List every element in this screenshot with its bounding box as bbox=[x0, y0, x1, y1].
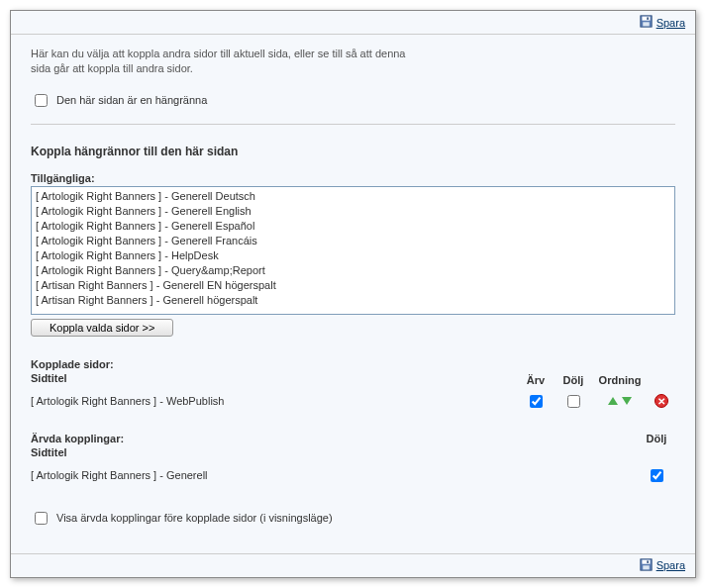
disk-icon bbox=[640, 558, 653, 573]
svg-rect-5 bbox=[642, 559, 650, 563]
inherited-row-title: [ Artologik Right Banners ] - Generell bbox=[31, 469, 638, 481]
list-item[interactable]: [ Artologik Right Banners ] - Query&amp;… bbox=[34, 263, 672, 278]
list-item[interactable]: [ Artologik Right Banners ] - Generell E… bbox=[34, 219, 672, 234]
linked-col-dolj: Dölj bbox=[555, 374, 592, 386]
disk-icon bbox=[640, 15, 653, 30]
svg-rect-1 bbox=[642, 17, 650, 21]
toolbar-top: Spara bbox=[11, 11, 695, 35]
inherited-col-title: Sidtitel bbox=[31, 446, 638, 458]
linked-pages-header: Kopplade sidor: Sidtitel Ärv Dölj Ordnin… bbox=[31, 358, 675, 386]
svg-rect-2 bbox=[643, 22, 650, 26]
inherited-row: [ Artologik Right Banners ] - Generell bbox=[31, 460, 675, 485]
linked-arv-checkbox[interactable] bbox=[530, 395, 543, 408]
linked-dolj-checkbox[interactable] bbox=[567, 395, 580, 408]
list-item[interactable]: [ Artologik Right Banners ] - Generell F… bbox=[34, 234, 672, 248]
link-selected-button[interactable]: Koppla valda sidor >> bbox=[31, 319, 173, 337]
svg-rect-3 bbox=[647, 17, 649, 19]
available-listbox[interactable]: [ Artologik Right Banners ] - Generell D… bbox=[31, 186, 675, 315]
available-label: Tillgängliga: bbox=[31, 172, 675, 184]
save-label: Spara bbox=[656, 559, 685, 571]
show-inherited-first-checkbox[interactable] bbox=[35, 512, 48, 525]
inherited-dolj-checkbox[interactable] bbox=[651, 469, 663, 482]
gutter-checkbox-row[interactable]: Den här sidan är en hängränna bbox=[31, 91, 675, 110]
linked-row: [ Artologik Right Banners ] - WebPublish… bbox=[31, 386, 675, 411]
content: Här kan du välja att koppla andra sidor … bbox=[11, 35, 695, 553]
gutter-checkbox-label: Den här sidan är en hängränna bbox=[56, 94, 207, 106]
inherited-header: Ärvda kopplingar: Sidtitel Dölj bbox=[31, 433, 675, 460]
save-button-bottom[interactable]: Spara bbox=[640, 558, 685, 573]
remove-icon[interactable]: ✕ bbox=[655, 394, 668, 408]
toolbar-bottom: Spara bbox=[11, 553, 695, 577]
list-item[interactable]: [ Artologik Right Banners ] - HelpDesk bbox=[34, 248, 672, 263]
list-item[interactable]: [ Artologik Right Banners ] - Generell E… bbox=[34, 204, 672, 219]
inherited-heading: Ärvda kopplingar: bbox=[31, 433, 638, 444]
move-down-icon[interactable] bbox=[622, 397, 632, 405]
linked-heading: Kopplade sidor: bbox=[31, 358, 517, 370]
save-label: Spara bbox=[656, 17, 685, 29]
save-button-top[interactable]: Spara bbox=[640, 15, 685, 30]
svg-rect-6 bbox=[643, 565, 650, 569]
divider bbox=[31, 124, 675, 125]
list-item[interactable]: [ Artisan Right Banners ] - Generell hög… bbox=[34, 293, 672, 308]
move-up-icon[interactable] bbox=[608, 397, 618, 405]
intro-text: Här kan du välja att koppla andra sidor … bbox=[31, 47, 427, 77]
list-item[interactable]: [ Artologik Right Banners ] - Generell D… bbox=[34, 189, 672, 204]
show-inherited-first-label: Visa ärvda kopplingar före kopplade sido… bbox=[56, 512, 333, 524]
linked-col-ordning: Ordning bbox=[592, 374, 648, 386]
inherited-block: Ärvda kopplingar: Sidtitel Dölj [ Artolo… bbox=[31, 433, 675, 485]
show-inherited-first-row[interactable]: Visa ärvda kopplingar före kopplade sido… bbox=[31, 509, 675, 528]
section-title: Koppla hängrännor till den här sidan bbox=[31, 145, 675, 158]
linked-col-title: Sidtitel bbox=[31, 372, 517, 384]
list-item[interactable]: [ Artisan Right Banners ] - Generell EN … bbox=[34, 278, 672, 293]
linked-row-title: [ Artologik Right Banners ] - WebPublish bbox=[31, 395, 517, 407]
settings-panel: Spara Här kan du välja att koppla andra … bbox=[10, 10, 696, 578]
inherited-col-dolj: Dölj bbox=[638, 433, 675, 460]
gutter-checkbox[interactable] bbox=[35, 94, 48, 107]
linked-col-arv: Ärv bbox=[517, 374, 555, 386]
svg-rect-7 bbox=[647, 560, 649, 562]
linked-pages-block: Kopplade sidor: Sidtitel Ärv Dölj Ordnin… bbox=[31, 358, 675, 411]
